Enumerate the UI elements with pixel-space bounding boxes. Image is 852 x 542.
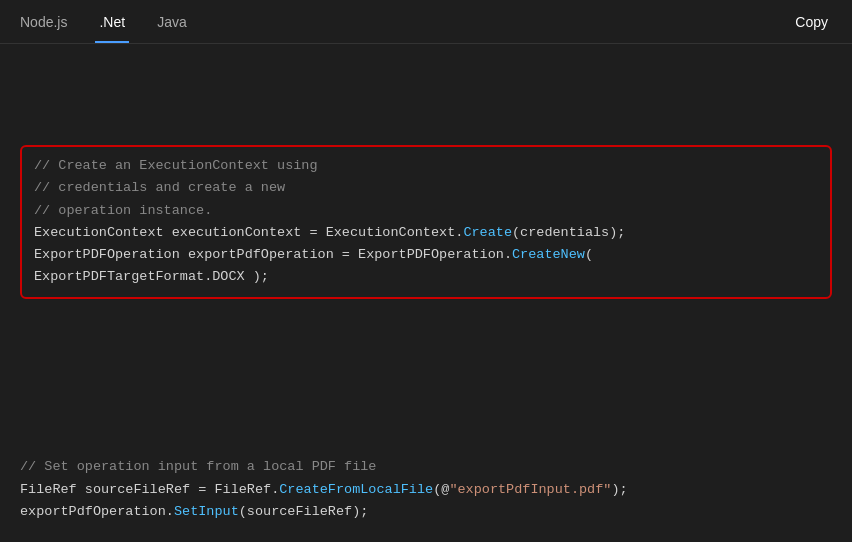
set-input-line: exportPdfOperation.SetInput(sourceFileRe… <box>20 504 368 519</box>
tab-java-label: Java <box>157 14 187 30</box>
execution-context-line: ExecutionContext executionContext = Exec… <box>34 225 625 240</box>
file-ref-line: FileRef sourceFileRef = FileRef.CreateFr… <box>20 482 628 497</box>
gap-1 <box>20 400 832 408</box>
code-block: // Create an ExecutionContext using // c… <box>20 56 832 542</box>
comment-line-1: // Create an ExecutionContext using <box>34 158 318 173</box>
tab-nodejs-label: Node.js <box>20 14 67 30</box>
export-pdf-format-line: ExportPDFTargetFormat.DOCX ); <box>34 269 269 284</box>
highlighted-code-section: // Create an ExecutionContext using // c… <box>20 145 832 299</box>
comment-line-3: // operation instance. <box>34 203 212 218</box>
comment-line-2: // credentials and create a new <box>34 180 285 195</box>
comment-set-input: // Set operation input from a local PDF … <box>20 459 376 474</box>
tab-java[interactable]: Java <box>153 0 191 43</box>
export-pdf-operation-line: ExportPDFOperation exportPdfOperation = … <box>34 247 593 262</box>
set-input-section: // Set operation input from a local PDF … <box>20 452 832 527</box>
tab-nodejs[interactable]: Node.js <box>16 0 71 43</box>
main-container: Node.js .Net Java Copy // Create an Exec… <box>0 0 852 542</box>
copy-button[interactable]: Copy <box>787 10 836 34</box>
tab-bar: Node.js .Net Java Copy <box>0 0 852 44</box>
code-area: // Create an ExecutionContext using // c… <box>0 44 852 542</box>
tab-dotnet-label: .Net <box>99 14 125 30</box>
tab-dotnet[interactable]: .Net <box>95 0 129 43</box>
tabs: Node.js .Net Java <box>16 0 191 43</box>
